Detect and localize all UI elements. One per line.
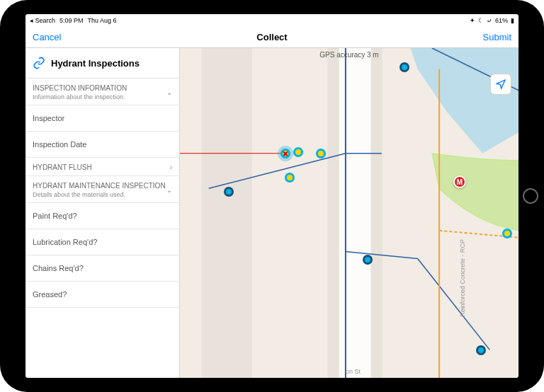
link-icon <box>33 57 45 69</box>
section-label: HYDRANT FLUSH <box>33 163 92 171</box>
field-chains-reqd[interactable]: Chains Req'd? <box>26 255 179 282</box>
status-bar: ◂ Search 5:09 PM Thu Aug 6 ✦ ☾ ⤾ 61% ▮ <box>26 14 518 27</box>
map-marker-hydrant[interactable] <box>502 229 512 238</box>
chevron-down-icon: ⌄ <box>166 186 172 194</box>
locate-button[interactable] <box>490 74 511 95</box>
map-marker-hydrant[interactable] <box>293 147 303 157</box>
submit-button[interactable]: Submit <box>483 32 511 42</box>
svg-rect-3 <box>339 48 372 378</box>
field-greased[interactable]: Greased? <box>26 282 179 308</box>
ipad-home-button[interactable] <box>523 188 538 204</box>
section-hydrant-maintenance[interactable]: HYDRANT MAINTENANCE INSPECTION Details a… <box>26 176 179 203</box>
form-title: Hydrant Inspections <box>51 58 140 69</box>
status-time: 5:09 PM <box>60 17 84 24</box>
status-date: Thu Aug 6 <box>88 17 117 24</box>
svg-rect-2 <box>202 48 252 378</box>
field-inspection-date[interactable]: Inspection Date <box>26 132 179 158</box>
map-marker-hydrant[interactable] <box>316 149 326 158</box>
battery-pct: 61% <box>495 17 508 24</box>
pipe-label: Reinforced Concrete - RCP <box>459 239 466 317</box>
chevron-down-icon: ⌄ <box>166 88 172 96</box>
section-label: INSPECTION INFORMATION <box>33 84 127 92</box>
svg-rect-4 <box>327 48 339 378</box>
map-marker-hydrant[interactable] <box>285 173 295 183</box>
cancel-button[interactable]: Cancel <box>33 32 61 42</box>
nav-bar: Cancel Collect Submit <box>26 27 518 48</box>
section-inspection-info[interactable]: INSPECTION INFORMATION Information about… <box>26 79 179 105</box>
moon-icon: ☾ <box>478 17 484 24</box>
form-sidebar: Hydrant Inspections INSPECTION INFORMATI… <box>26 48 180 378</box>
svg-rect-5 <box>371 48 382 378</box>
chevron-right-icon: › <box>170 163 172 171</box>
map-marker-m-badge[interactable]: M <box>453 175 466 188</box>
nav-title: Collect <box>256 32 287 42</box>
section-desc: Information about the inspection. <box>33 93 127 100</box>
map-marker-hydrant-selected[interactable] <box>280 149 290 158</box>
map-marker-valve[interactable] <box>363 255 373 265</box>
field-inspector[interactable]: Inspector <box>26 105 179 132</box>
map-marker-valve[interactable] <box>400 62 409 72</box>
location-arrow-icon <box>495 79 506 90</box>
section-label: HYDRANT MAINTENANCE INSPECTION <box>33 182 166 190</box>
map-canvas[interactable]: GPS accuracy 3 m <box>180 48 518 378</box>
street-label: on St <box>346 368 361 375</box>
wifi-icon: ✦ <box>470 17 475 24</box>
map-marker-valve[interactable] <box>476 345 486 355</box>
section-desc: Details about the materials used. <box>33 191 166 198</box>
form-header: Hydrant Inspections <box>26 48 179 79</box>
battery-icon: ▮ <box>511 17 514 24</box>
lock-icon: ⤾ <box>487 17 492 24</box>
gps-accuracy-label: GPS accuracy 3 m <box>319 51 378 59</box>
field-paint-reqd[interactable]: Paint Req'd? <box>26 203 179 229</box>
section-hydrant-flush[interactable]: HYDRANT FLUSH › <box>26 158 179 176</box>
status-indicators: ✦ ☾ ⤾ 61% ▮ <box>470 17 514 24</box>
map-marker-valve[interactable] <box>224 187 234 197</box>
map-svg <box>180 48 518 378</box>
field-lubrication-reqd[interactable]: Lubrication Req'd? <box>26 229 179 255</box>
back-search[interactable]: ◂ Search <box>30 17 55 24</box>
